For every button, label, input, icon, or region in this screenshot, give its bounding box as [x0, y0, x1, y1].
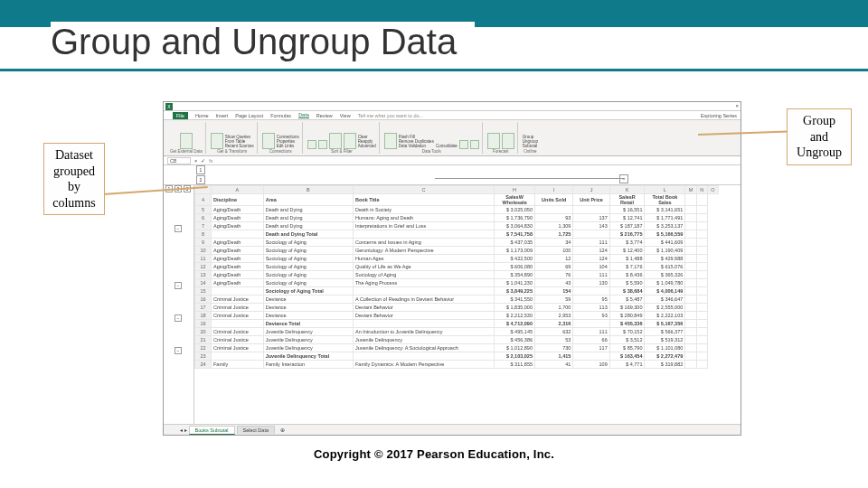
title-underline [0, 69, 868, 71]
table-row[interactable]: 17Criminal JusticeDevianceDeviant Behavi… [195, 304, 719, 312]
tab-formulas[interactable]: Formulas [270, 113, 291, 118]
table-row[interactable]: 5Aging/DeathDeath and DyingDeath in Soci… [195, 206, 719, 214]
table-row[interactable]: 10Aging/DeathSociology of AgingGerontolo… [195, 247, 719, 255]
excel-screenshot: X × File Home Insert Page Layout Formula… [163, 101, 741, 436]
row-outline-minus[interactable]: − [175, 225, 182, 232]
table-row[interactable]: 7Aging/DeathDeath and DyingInterpretatio… [195, 222, 719, 230]
table-row[interactable]: 9Aging/DeathSociology of AgingConcerns a… [195, 239, 719, 247]
col-outline-minus[interactable]: − [619, 174, 628, 183]
ribbon-tabs: File Home Insert Page Layout Formulas Da… [164, 111, 741, 120]
table-row[interactable]: 14Aging/DeathSociology of AgingThe Aging… [195, 279, 719, 287]
ribbon-group-sort-filter: Clear Reapply Advanced Sort & Filter [305, 122, 380, 154]
ribbon-group-forecast: Forecast [485, 122, 518, 154]
name-box[interactable]: C8 [167, 157, 191, 164]
ribbon-group-external: Get External Data [167, 122, 206, 154]
tab-data[interactable]: Data [298, 112, 309, 118]
status-bar: Ready ▦ ▤ ▥ − + 100% [164, 435, 741, 436]
sheet-tab-other[interactable]: Select Data [237, 426, 275, 434]
tab-review[interactable]: Review [316, 113, 333, 118]
sheet-tab-active[interactable]: Books Subtotal [189, 426, 235, 435]
tab-pagelayout[interactable]: Page Layout [235, 113, 263, 118]
row-outline: 1 2 3 − − − − [164, 185, 194, 424]
col-outline-bracket [435, 178, 625, 179]
ribbon: Get External Data Show Queries From Tabl… [164, 120, 741, 156]
callout-group-ungroup: Group and Ungroup [787, 108, 852, 165]
sort-icon[interactable] [329, 133, 342, 149]
column-outline: 1 2 − [164, 165, 741, 185]
ribbon-item[interactable]: Advanced [358, 145, 376, 149]
ribbon-label: Get & Transform [217, 149, 247, 154]
refresh-icon[interactable] [262, 133, 275, 149]
table-row[interactable]: 19Deviance Total$ 4,712,0902,316$ 455,33… [195, 320, 719, 328]
sort-az-icon[interactable] [307, 140, 316, 149]
ribbon-group-data-tools: Flash Fill Remove Duplicates Data Valida… [382, 122, 483, 154]
tab-home[interactable]: Home [195, 113, 209, 118]
formula-bar: C8 × ✓ fx [164, 156, 741, 165]
ribbon-label: Data Tools [422, 149, 441, 154]
table-row[interactable]: 18Criminal JusticeDevianceDeviant Behavi… [195, 312, 719, 320]
grid: 1 2 3 − − − − ABCHIJKLMNO4DisciplineArea… [164, 185, 741, 424]
tab-view[interactable]: View [340, 113, 351, 118]
table-row[interactable]: 15Sociology of Aging Total$ 3,849,225154… [195, 287, 719, 296]
ribbon-group-connections: Connections Properties Edit Links Connec… [259, 122, 303, 154]
table-row[interactable]: 12Aging/DeathSociology of AgingQuality o… [195, 263, 719, 271]
page-title: Group and Ungroup Data [51, 22, 475, 62]
table-row[interactable]: 6Aging/DeathDeath and DyingHumans: Aging… [195, 214, 719, 222]
col-outline-level-1[interactable]: 1 [196, 165, 205, 174]
fx-icon[interactable]: fx [209, 158, 212, 164]
excel-icon: X [165, 103, 173, 110]
table-row[interactable]: 8Death and Dying Total$ 7,541,7581,725$ … [195, 230, 719, 239]
cancel-icon[interactable]: × [194, 158, 197, 164]
ribbon-label: Forecast [493, 149, 509, 154]
close-icon[interactable]: × [735, 103, 739, 108]
table-row[interactable]: 13Aging/DeathSociology of AgingSociology… [195, 271, 719, 279]
excel-titlebar: X × [164, 102, 741, 111]
sort-za-icon[interactable] [318, 140, 327, 149]
filter-icon[interactable] [344, 133, 356, 149]
ribbon-label: Connections [269, 149, 292, 154]
ribbon-label: Sort & Filter [331, 149, 353, 154]
table-row[interactable]: 21Criminal JusticeJuvenile DelinquencyJu… [195, 336, 719, 344]
user-name[interactable]: Exploring Series [701, 113, 737, 118]
row-outline-minus[interactable]: − [175, 282, 182, 289]
row-outline-minus[interactable]: − [175, 347, 182, 354]
table-row[interactable]: 11Aging/DeathSociology of AgingHuman Age… [195, 255, 719, 263]
relationships-icon[interactable] [459, 140, 468, 149]
table-row[interactable]: 24FamilyFamily InteractionFamily Dynamic… [195, 361, 719, 369]
ribbon-label: Get External Data [170, 149, 203, 154]
manage-model-icon[interactable] [470, 140, 479, 149]
table-row[interactable]: 20Criminal JusticeJuvenile DelinquencyAn… [195, 328, 719, 336]
table-row[interactable]: 16Criminal JusticeDevianceA Collection o… [195, 296, 719, 304]
tab-insert[interactable]: Insert [216, 113, 229, 118]
whatif-icon[interactable] [487, 133, 500, 149]
table-row[interactable]: 22Criminal JusticeJuvenile DelinquencyJu… [195, 344, 719, 352]
spreadsheet-grid[interactable]: ABCHIJKLMNO4DisciplineAreaBook TitleSale… [194, 185, 719, 369]
ribbon-label: Outline [524, 149, 536, 154]
callout-dataset-grouped: Dataset grouped by columns [43, 143, 105, 215]
row-outline-minus[interactable]: − [175, 314, 182, 322]
ribbon-group-outline: Group Ungroup Subtotal Outline [520, 122, 541, 154]
ribbon-group-transform: Show Queries From Table Recent Sources G… [208, 122, 258, 154]
tell-me[interactable]: Tell me what you want to do... [358, 113, 423, 118]
get-external-icon[interactable] [180, 133, 193, 149]
tab-file[interactable]: File [173, 112, 188, 119]
copyright: Copyright © 2017 Pearson Education, Inc. [0, 447, 868, 461]
enter-icon[interactable]: ✓ [201, 158, 205, 164]
new-query-icon[interactable] [211, 133, 223, 149]
sheet-scroll[interactable]: ◂ ▸ [180, 427, 187, 433]
sheet-tabs: ◂ ▸ Books Subtotal Select Data ⊕ [164, 424, 741, 435]
text-to-cols-icon[interactable] [384, 133, 397, 149]
col-outline-level-2[interactable]: 2 [196, 175, 205, 184]
add-sheet-icon[interactable]: ⊕ [277, 427, 288, 433]
table-row[interactable]: 23Juvenile Delinquency Total$ 2,103,0251… [195, 352, 719, 361]
forecast-icon[interactable] [502, 133, 514, 149]
